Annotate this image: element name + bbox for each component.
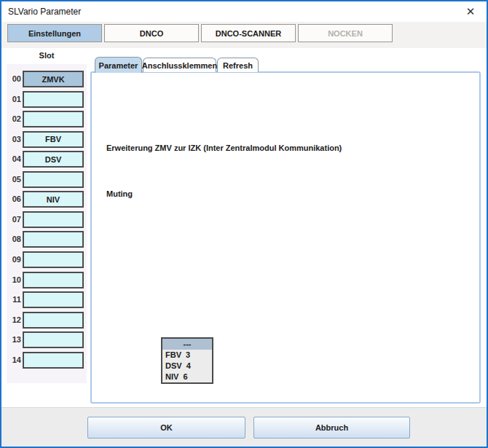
- top-tab-nocken[interactable]: NOCKEN: [298, 24, 393, 42]
- erweiterung-group-title: Erweiterung ZMV zur IZK (Inter Zentralmo…: [103, 144, 345, 152]
- slot-number-09: 09: [7, 255, 21, 264]
- slot-number-11: 11: [7, 295, 21, 304]
- ok-button[interactable]: OK: [87, 417, 245, 439]
- slot-list: 00ZMVK010203FBV04DSV0506NIV0708091011121…: [7, 64, 87, 383]
- slot-10[interactable]: [23, 272, 84, 288]
- tab-refresh[interactable]: Refresh: [217, 58, 259, 72]
- slot-number-08: 08: [7, 235, 21, 243]
- top-tab-dnco[interactable]: DNCO: [104, 24, 199, 42]
- slot-07[interactable]: [23, 211, 84, 228]
- slot-02[interactable]: [23, 111, 84, 127]
- slot-number-14: 14: [7, 355, 21, 364]
- slot-05[interactable]: [23, 171, 84, 188]
- slot-01[interactable]: [23, 91, 84, 108]
- mute-address-dropdown-popup: ---FBV 3DSV 4NIV 6: [161, 337, 213, 384]
- parameter-tab-content: [90, 71, 481, 404]
- tab-parameter[interactable]: Parameter: [95, 57, 142, 73]
- slot-number-13: 13: [7, 335, 21, 344]
- muting-group-title: Muting: [103, 189, 135, 198]
- window-title: SLVario Parameter: [8, 7, 81, 17]
- slot-00[interactable]: ZMVK: [23, 71, 84, 87]
- slot-11[interactable]: [23, 291, 84, 308]
- title-bar: SLVario Parameter ✕: [1, 1, 487, 22]
- tab-anschlussklemmen[interactable]: Anschlussklemmen: [143, 58, 216, 72]
- dialog-slvario-parameter: SLVario Parameter ✕ EinstellungenDNCODNC…: [0, 0, 488, 448]
- slot-08[interactable]: [23, 231, 84, 248]
- popup-option----[interactable]: ---: [162, 339, 212, 350]
- slot-number-03: 03: [7, 135, 21, 144]
- slot-column-header: Slot: [7, 51, 87, 60]
- popup-option-niv-6[interactable]: NIV 6: [162, 372, 212, 382]
- slot-number-05: 05: [7, 175, 21, 184]
- slot-03[interactable]: FBV: [23, 131, 84, 148]
- top-tab-dnco-scanner[interactable]: DNCO-SCANNER: [201, 24, 296, 42]
- slot-14[interactable]: [23, 352, 84, 369]
- close-icon[interactable]: ✕: [457, 1, 484, 22]
- slot-number-10: 10: [7, 275, 21, 284]
- slot-number-12: 12: [7, 315, 21, 324]
- slot-06[interactable]: NIV: [23, 191, 84, 208]
- slot-number-00: 00: [7, 74, 21, 83]
- slot-04[interactable]: DSV: [23, 151, 84, 168]
- slot-number-04: 04: [7, 154, 21, 163]
- cancel-button[interactable]: Abbruch: [253, 417, 410, 439]
- slot-number-01: 01: [7, 95, 21, 103]
- slot-12[interactable]: [23, 312, 84, 329]
- popup-option-fbv-3[interactable]: FBV 3: [162, 350, 212, 361]
- top-tab-einstellungen[interactable]: Einstellungen: [7, 24, 102, 42]
- popup-option-dsv-4[interactable]: DSV 4: [162, 361, 212, 372]
- slot-number-07: 07: [7, 215, 21, 224]
- slot-number-02: 02: [7, 114, 21, 123]
- slot-13[interactable]: [23, 331, 84, 348]
- slot-09[interactable]: [23, 251, 84, 268]
- slot-number-06: 06: [7, 194, 21, 203]
